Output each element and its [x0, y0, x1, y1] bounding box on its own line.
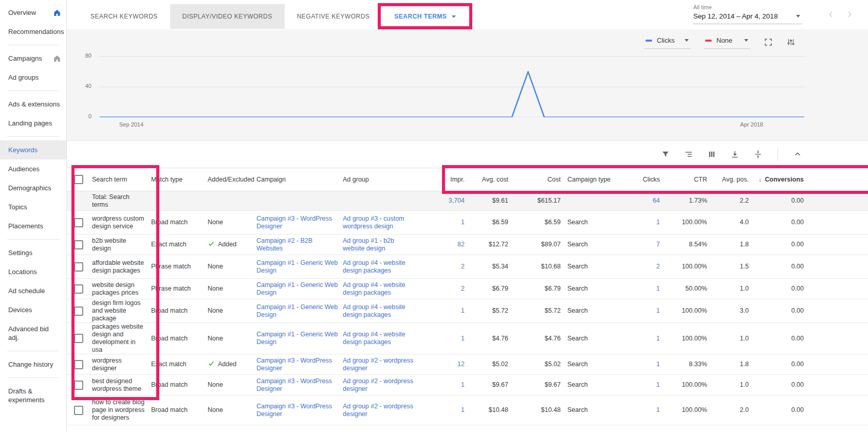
adgroup-link[interactable]: Ad group #4 - website design packages	[343, 303, 405, 318]
table-row: wordpress designerExact matchAddedCampai…	[67, 354, 868, 375]
row-checkbox[interactable]	[74, 360, 83, 369]
total-ctr: 1.73%	[660, 197, 707, 205]
total-avg_pos: 2.2	[707, 197, 749, 205]
cell-adgroup: Ad group #4 - website design packages	[343, 303, 429, 319]
date-range-nav	[826, 9, 855, 20]
sidebar-item-topics[interactable]: Topics	[0, 197, 66, 217]
chart-metric-picker-none[interactable]: None	[704, 35, 750, 49]
cell-term: affordable website design packages	[92, 259, 151, 275]
column-header-cost[interactable]: Cost	[508, 176, 561, 184]
column-header-clicks[interactable]: Clicks	[635, 176, 660, 184]
campaign-link[interactable]: Campaign #2 - B2B Websites	[256, 237, 312, 252]
row-height-icon[interactable]	[753, 150, 763, 159]
sidebar-item-devices[interactable]: Devices	[0, 300, 66, 319]
row-checkbox[interactable]	[74, 334, 83, 343]
table-toolbar	[67, 141, 868, 168]
campaign-link[interactable]: Campaign #1 - Generic Web Design	[256, 259, 338, 274]
cell-conv: 0.00	[749, 335, 804, 343]
tab-display-video-keywords[interactable]: DISPLAY/VIDEO KEYWORDS	[170, 4, 285, 29]
tab-search-keywords[interactable]: SEARCH KEYWORDS	[78, 4, 170, 29]
column-header-label: Match type	[151, 176, 182, 183]
date-range-picker[interactable]: All time Sep 12, 2014 – Apr 4, 2018	[693, 4, 802, 24]
sidebar-item-keywords[interactable]: Keywords	[0, 140, 66, 159]
row-checkbox[interactable]	[74, 218, 83, 227]
cell-avg_pos: 4.0	[707, 219, 749, 226]
chevron-down-icon	[744, 39, 748, 42]
chevron-down-icon	[685, 39, 689, 42]
sidebar-item-landing-pages[interactable]: Landing pages	[0, 114, 66, 133]
sidebar-item-campaigns[interactable]: Campaigns	[0, 49, 66, 68]
cell-cb	[74, 284, 92, 294]
adgroup-link[interactable]: Ad group #2 - wordpress designer	[343, 377, 413, 392]
column-header-conv[interactable]: ↓Conversions	[749, 175, 804, 184]
column-header-campaign[interactable]: Campaign	[256, 176, 343, 184]
adgroup-link[interactable]: Ad group #2 - wordpress designer	[343, 357, 413, 372]
adgroup-link[interactable]: Ad group #1 - b2b website design	[343, 237, 394, 252]
column-header-ctype[interactable]: Campaign type	[561, 176, 635, 184]
column-header-term[interactable]: Search term	[92, 176, 151, 184]
column-header-ctr[interactable]: CTR	[660, 176, 707, 184]
column-header-added[interactable]: Added/Excluded	[208, 176, 256, 184]
campaign-link[interactable]: Campaign #3 - WordPress Designer	[256, 215, 332, 230]
cell-clicks: 7	[635, 241, 660, 248]
tab-search-terms[interactable]: SEARCH TERMS	[382, 4, 468, 29]
sidebar-item-settings[interactable]: Settings	[0, 243, 66, 262]
sidebar-item-drafts-experiments[interactable]: Drafts & experiments	[0, 382, 66, 409]
chart-metric-picker-clicks[interactable]: Clicks	[644, 35, 691, 49]
campaign-link[interactable]: Campaign #1 - Generic Web Design	[256, 281, 338, 296]
adgroup-link[interactable]: Ad group #4 - website design packages	[343, 259, 405, 274]
column-header-adgroup[interactable]: Ad group	[343, 176, 429, 184]
column-header-avg_pos[interactable]: Avg. pos.	[707, 176, 749, 184]
row-checkbox[interactable]	[74, 307, 83, 316]
column-header-match[interactable]: Match type	[151, 176, 208, 184]
campaign-link[interactable]: Campaign #1 - Generic Web Design	[256, 303, 338, 318]
campaign-link[interactable]: Campaign #3 - WordPress Designer	[256, 403, 332, 418]
cell-added: None	[208, 406, 256, 414]
row-checkbox[interactable]	[74, 381, 83, 390]
select-all-checkbox[interactable]	[74, 175, 83, 184]
row-checkbox[interactable]	[74, 262, 83, 272]
sidebar-item-ads-extensions[interactable]: Ads & extensions	[0, 95, 66, 114]
row-checkbox[interactable]	[74, 406, 83, 415]
sidebar-item-demographics[interactable]: Demographics	[0, 178, 66, 197]
date-range-control[interactable]: Sep 12, 2014 – Apr 4, 2018	[693, 11, 802, 24]
cell-match: Broad match	[151, 406, 208, 414]
adgroup-link[interactable]: Ad group #2 - wordpress designer	[343, 403, 413, 418]
campaign-link[interactable]: Campaign #1 - Generic Web Design	[256, 331, 338, 346]
column-header-cb[interactable]	[74, 175, 92, 184]
column-header-avg_cost[interactable]: Avg. cost	[465, 176, 508, 184]
tab-label: SEARCH KEYWORDS	[90, 13, 158, 20]
segment-icon[interactable]	[684, 150, 693, 159]
sidebar-item-ad-schedule[interactable]: Ad schedule	[0, 281, 66, 300]
chart-settings-icon[interactable]	[786, 38, 796, 47]
sidebar-item-locations[interactable]: Locations	[0, 262, 66, 281]
adgroup-link[interactable]: Ad group #4 - website design packages	[343, 281, 405, 296]
tab-negative-keywords[interactable]: NEGATIVE KEYWORDS	[285, 4, 382, 29]
adgroup-link[interactable]: Ad group #3 - custom wordpress design	[343, 215, 404, 230]
chevron-up-icon[interactable]	[793, 150, 802, 159]
filter-icon[interactable]	[661, 150, 670, 159]
row-checkbox[interactable]	[74, 284, 83, 294]
chevron-right-icon[interactable]	[844, 9, 855, 20]
fullscreen-icon[interactable]	[764, 38, 773, 47]
cell-term: wordpress custom design service	[92, 215, 151, 230]
sidebar-item-advanced-bid-adj[interactable]: Advanced bid adj.	[0, 319, 66, 347]
tab-label: NEGATIVE KEYWORDS	[297, 13, 370, 20]
campaign-link[interactable]: Campaign #3 - WordPress Designer	[256, 357, 332, 372]
chevron-left-icon[interactable]	[826, 9, 836, 20]
sidebar-item-recommendations[interactable]: Recommendations	[0, 22, 66, 41]
sidebar-item-overview[interactable]: Overview	[0, 3, 66, 22]
sidebar-item-placements[interactable]: Placements	[0, 217, 66, 236]
cell-cb	[74, 381, 92, 390]
column-header-impr[interactable]: Impr.	[429, 176, 465, 184]
row-checkbox[interactable]	[74, 240, 83, 249]
campaign-link[interactable]: Campaign #3 - WordPress Designer	[256, 377, 332, 392]
sidebar-item-audiences[interactable]: Audiences	[0, 159, 66, 178]
columns-icon[interactable]	[707, 150, 716, 159]
sidebar-item-label: Change history	[8, 361, 53, 368]
sidebar-item-ad-groups[interactable]: Ad groups	[0, 68, 66, 87]
cell-ctype: Search	[561, 406, 635, 414]
download-icon[interactable]	[730, 150, 740, 159]
sidebar-item-change-history[interactable]: Change history	[0, 355, 66, 374]
adgroup-link[interactable]: Ad group #4 - website design packages	[343, 331, 405, 346]
